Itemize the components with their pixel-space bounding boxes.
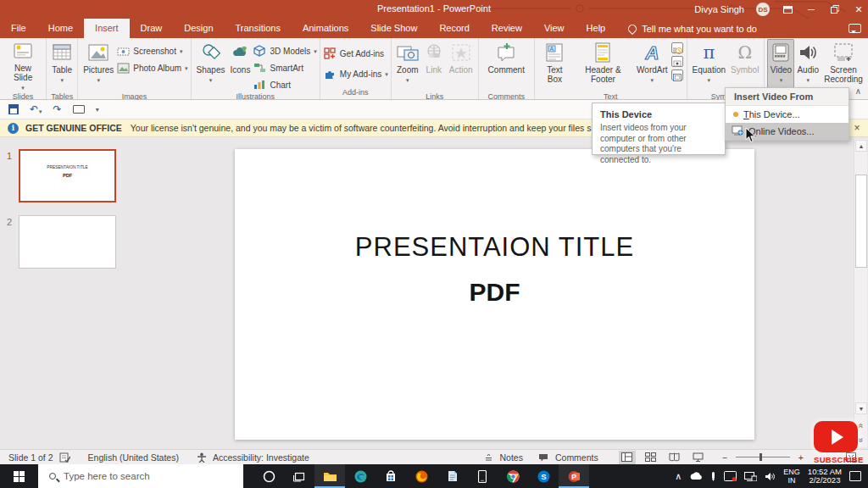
firefox-button[interactable] xyxy=(406,464,437,488)
task-view-button[interactable] xyxy=(284,464,314,488)
slide-thumbnail-2[interactable] xyxy=(19,215,116,269)
ribbon-display-options-icon[interactable] xyxy=(782,3,793,15)
comments-bubble-icon[interactable] xyxy=(849,24,861,33)
edge-button[interactable] xyxy=(345,464,376,488)
undo-button[interactable]: ↶▾ xyxy=(30,103,42,115)
pen-icon[interactable] xyxy=(710,471,716,482)
table-button[interactable]: Table ▾ xyxy=(49,39,75,92)
chart-button[interactable]: Chart xyxy=(253,78,316,92)
youtube-play-icon[interactable] xyxy=(814,421,858,452)
volume-icon[interactable] xyxy=(765,472,776,481)
text-box-button[interactable]: A Text Box xyxy=(537,39,572,92)
cortana-button[interactable] xyxy=(253,464,284,488)
redo-button[interactable]: ↷ xyxy=(53,103,62,115)
subscribe-label[interactable]: SUBSCRIBE xyxy=(814,455,864,464)
store-button[interactable] xyxy=(376,464,406,488)
header-footer-button[interactable]: Header & Footer xyxy=(572,39,634,92)
get-add-ins-button[interactable]: Get Add-ins xyxy=(323,47,388,60)
tab-animations[interactable]: Animations xyxy=(292,19,359,38)
taskbar-search-box[interactable]: Type here to search xyxy=(38,464,243,488)
vertical-scrollbar[interactable]: ▲ ▼ « » xyxy=(854,139,867,447)
tab-file[interactable]: File xyxy=(0,19,37,38)
3d-models-button[interactable]: 3D Models ▾ xyxy=(253,44,316,58)
your-phone-button[interactable] xyxy=(467,464,498,488)
zoom-slider-knob[interactable] xyxy=(760,453,762,461)
tab-review[interactable]: Review xyxy=(481,19,533,38)
tab-insert[interactable]: Insert xyxy=(84,19,130,38)
tab-design[interactable]: Design xyxy=(173,19,224,38)
screen-recording-button[interactable]: Screen Recording xyxy=(821,39,865,92)
restore-button[interactable] xyxy=(829,3,841,15)
scrollbar-thumb[interactable] xyxy=(855,175,867,268)
object-button[interactable] xyxy=(671,69,683,80)
accessibility-status[interactable]: Accessibility: Investigate xyxy=(213,452,309,463)
zoom-button[interactable]: Zoom ▾ xyxy=(394,39,421,92)
slide-number-button[interactable] xyxy=(671,56,683,67)
notepad-button[interactable] xyxy=(437,464,467,488)
tray-chevron-icon[interactable]: ∧ xyxy=(675,471,682,482)
zoom-out-icon[interactable]: − xyxy=(722,452,727,463)
audio-button[interactable]: Audio ▾ xyxy=(794,39,821,92)
screenshot-button[interactable]: Screenshot ▾ xyxy=(116,44,187,58)
scroll-down-icon[interactable]: ▼ xyxy=(855,402,867,414)
language-status[interactable]: English (United States) xyxy=(88,452,179,463)
teamviewer-icon[interactable] xyxy=(724,471,737,481)
normal-view-button[interactable] xyxy=(619,451,636,464)
slide-canvas[interactable]: PRESENTAION TITLE PDF xyxy=(235,149,754,440)
audio-icon xyxy=(798,42,818,64)
slide-show-view-button[interactable] xyxy=(690,451,707,464)
photo-album-button[interactable]: Photo Album ▾ xyxy=(116,61,187,75)
icons-button[interactable]: Icons xyxy=(227,39,253,92)
minimize-button[interactable]: ─ xyxy=(805,3,817,15)
start-button[interactable] xyxy=(0,464,38,488)
comment-button[interactable]: Comment xyxy=(481,39,531,92)
slide-subtitle-text[interactable]: PDF xyxy=(235,278,754,307)
tab-view[interactable]: View xyxy=(533,19,576,38)
date-time-button[interactable] xyxy=(671,42,683,53)
menu-item-this-device[interactable]: This Device... xyxy=(726,106,849,123)
reading-view-button[interactable] xyxy=(666,451,683,464)
tab-home[interactable]: Home xyxy=(37,19,84,38)
wordart-button[interactable]: A WordArt ▾ xyxy=(634,39,670,92)
photo-album-icon xyxy=(116,62,130,74)
equation-button[interactable]: π Equation ▾ xyxy=(690,39,728,92)
scroll-up-icon[interactable]: ▲ xyxy=(855,140,867,152)
tab-transitions[interactable]: Transitions xyxy=(225,19,292,38)
start-from-beginning-button[interactable] xyxy=(73,105,85,114)
clock[interactable]: 10:52 AM2/2/2023 xyxy=(808,468,842,485)
slide-sorter-view-button[interactable] xyxy=(643,451,659,464)
slide-thumbnail-1[interactable]: PRESENTAION TITLE PDF xyxy=(19,149,116,202)
notes-button[interactable]: Notes xyxy=(500,452,523,463)
slide-title-text[interactable]: PRESENTAION TITLE xyxy=(235,232,754,263)
skype-button[interactable]: S xyxy=(528,464,559,488)
shapes-button[interactable]: Shapes ▾ xyxy=(194,39,228,92)
video-button[interactable]: Video ▾ xyxy=(767,39,794,92)
chrome-button[interactable] xyxy=(498,464,528,488)
warning-close-icon[interactable]: × xyxy=(851,122,863,134)
comments-button[interactable]: Comments xyxy=(555,452,598,463)
onedrive-icon[interactable] xyxy=(689,472,703,480)
powerpoint-button[interactable]: P xyxy=(559,464,589,488)
action-center-icon[interactable] xyxy=(849,471,861,481)
close-button[interactable]: ✕ xyxy=(853,3,865,15)
user-avatar[interactable]: DS xyxy=(756,3,770,16)
file-explorer-button[interactable] xyxy=(314,464,345,488)
tab-slide-show[interactable]: Slide Show xyxy=(359,19,428,38)
customize-qat-icon[interactable]: ▾ xyxy=(96,106,99,114)
new-slide-button[interactable]: New Slide ▾ xyxy=(3,39,43,92)
pictures-button[interactable]: Pictures ▾ xyxy=(81,39,116,92)
tab-help[interactable]: Help xyxy=(576,19,617,38)
zoom-in-icon[interactable]: + xyxy=(798,452,804,463)
collapse-ribbon-icon[interactable]: ∧ xyxy=(855,86,861,96)
my-add-ins-button[interactable]: My Add-ins ▾ xyxy=(323,67,388,80)
zoom-slider[interactable] xyxy=(736,457,790,458)
tab-record[interactable]: Record xyxy=(428,19,480,38)
spellcheck-icon[interactable] xyxy=(59,452,70,463)
tell-me-box[interactable]: Tell me what you want to do xyxy=(628,19,757,38)
smartart-button[interactable]: SmartArt xyxy=(253,61,316,75)
network-display-icon[interactable] xyxy=(744,472,757,481)
language-indicator[interactable]: ENGIN xyxy=(783,468,800,485)
accessibility-icon[interactable] xyxy=(197,452,207,463)
save-button[interactable] xyxy=(8,104,19,114)
tab-draw[interactable]: Draw xyxy=(130,19,174,38)
